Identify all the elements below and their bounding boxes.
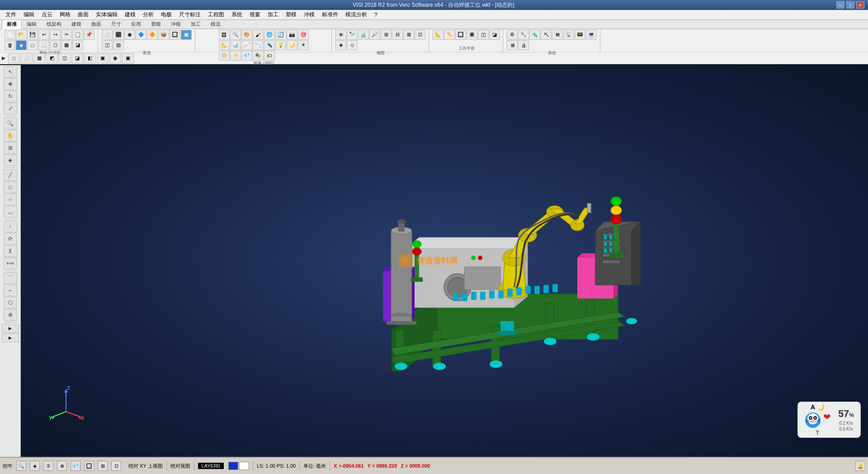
tb-sys6[interactable]: 📡 (563, 30, 574, 40)
tb-shape10[interactable]: ▤ (113, 40, 124, 50)
maximize-button[interactable]: □ (846, 1, 854, 9)
tb-img15[interactable]: 🌙 (287, 40, 297, 50)
tab-standard[interactable]: 标准 (2, 19, 22, 29)
sidebar-pan[interactable]: ✋ (4, 130, 17, 142)
tb-sys2[interactable]: 🔧 (518, 30, 529, 40)
tb-sys4[interactable]: ⛏ (541, 30, 552, 40)
tb-box2[interactable]: □ (27, 40, 38, 50)
menu-help[interactable]: ? (371, 11, 381, 19)
tb-shape7[interactable]: 🔲 (170, 30, 180, 40)
tb-shape5[interactable]: 🔶 (147, 30, 158, 40)
filter-all[interactable]: □ (8, 53, 20, 63)
tb-sys1[interactable]: ⚙ (507, 30, 518, 40)
tab-wireframe[interactable]: 线架构 (42, 19, 66, 29)
tab-surface[interactable]: 曲面 (86, 19, 106, 29)
tb-img18[interactable]: ⚡ (230, 51, 241, 61)
tb-sys5[interactable]: 🛠 (552, 30, 563, 40)
tb-img1[interactable]: 🖼 (219, 30, 230, 40)
menu-surface[interactable]: 曲面 (74, 10, 92, 19)
tab-dimension[interactable]: 尺寸 (106, 19, 126, 29)
tb-sys8[interactable]: 💻 (586, 30, 597, 40)
tb-open[interactable]: 📂 (16, 30, 27, 40)
tb-box5[interactable]: ▦ (61, 40, 72, 50)
menu-solidedit[interactable]: 实体编辑 (92, 10, 121, 19)
tb-view1[interactable]: 👁 (335, 30, 346, 40)
filter-2d[interactable]: ⬜ (21, 53, 33, 63)
tb-wp4[interactable]: 🔳 (467, 30, 477, 40)
filter-solid[interactable]: ▦ (33, 53, 45, 63)
tb-sys10[interactable]: 🖨 (518, 40, 529, 50)
status-btn7[interactable]: ⊞ (98, 461, 108, 471)
tb-box6[interactable]: ◪ (72, 40, 83, 50)
menu-mesh[interactable]: 网格 (56, 10, 74, 19)
tb-shape1[interactable]: ⬜ (102, 30, 113, 40)
tb-undo[interactable]: ↩ (38, 30, 49, 40)
sidebar-sweep[interactable]: ⟺ (4, 257, 17, 269)
tb-shape4[interactable]: 🔷 (136, 30, 146, 40)
menu-system[interactable]: 系统 (228, 10, 246, 19)
tb-shape2[interactable]: ⬛ (113, 30, 124, 40)
filter-comp[interactable]: ◉ (109, 53, 121, 63)
filter-surface[interactable]: ◫ (59, 53, 71, 63)
menu-flow[interactable]: 模流分析 (342, 10, 371, 19)
tb-img21[interactable]: 🏷 (264, 51, 275, 61)
filter-wire[interactable]: ◩ (46, 53, 58, 63)
sidebar-move[interactable]: ✥ (4, 78, 17, 90)
status-btn6[interactable]: 🔲 (84, 461, 94, 471)
sidebar-bool[interactable]: ⊕ (4, 309, 17, 321)
sidebar-fit[interactable]: ⊞ (4, 142, 17, 154)
tb-img7[interactable]: 📷 (287, 30, 297, 40)
sidebar-scale[interactable]: ⤢ (4, 103, 17, 114)
menu-pointcloud[interactable]: 点云 (38, 10, 56, 19)
tb-view7[interactable]: ⊠ (403, 30, 414, 40)
status-btn5[interactable]: 💎 (71, 461, 80, 471)
sidebar-extrude[interactable]: ↑ (4, 221, 17, 232)
sidebar-shell[interactable]: ⬡ (4, 297, 17, 308)
menu-mold[interactable]: 塑模 (282, 10, 300, 19)
tb-view10[interactable]: ◇ (347, 40, 358, 50)
tb-img3[interactable]: 🎨 (241, 30, 252, 40)
tb-view3[interactable]: 🔬 (358, 30, 369, 40)
tb-new[interactable]: 📄 (5, 30, 15, 40)
tb-sys9[interactable]: 🖥 (507, 40, 518, 50)
tb-copy[interactable]: 📋 (72, 30, 83, 40)
tb-wp2[interactable]: 📏 (444, 30, 455, 40)
tab-plastic[interactable]: 塑模 (146, 19, 166, 29)
tb-img20[interactable]: 🎭 (253, 51, 264, 61)
filter-mesh[interactable]: ◪ (71, 53, 83, 63)
sidebar-line[interactable]: ╱ (4, 169, 17, 181)
filter-point[interactable]: ◧ (84, 53, 96, 63)
sidebar-extra2[interactable]: ▶ (2, 333, 19, 342)
sidebar-fillet[interactable]: ⌒ (4, 272, 17, 284)
tb-img2[interactable]: 🔍 (230, 30, 241, 40)
sidebar-circle[interactable]: ○ (4, 194, 17, 205)
menu-analysis[interactable]: 分析 (139, 10, 157, 19)
sidebar-arc[interactable]: ◡ (4, 206, 17, 218)
tb-shape6[interactable]: 📦 (158, 30, 169, 40)
tb-img4[interactable]: 🖌 (253, 30, 264, 40)
tb-img10[interactable]: 📊 (230, 40, 241, 50)
viewport[interactable]: 焊 焊造资料网 Z X Y A 🌙 (21, 65, 868, 457)
tb-shape8[interactable]: ▣ (181, 30, 192, 40)
tb-wp3[interactable]: 🔲 (455, 30, 466, 40)
tb-img19[interactable]: 💎 (241, 51, 252, 61)
tb-img14[interactable]: 💡 (275, 40, 286, 50)
tb-img6[interactable]: 🔄 (275, 30, 286, 40)
window-controls[interactable]: — □ × (836, 1, 864, 9)
tab-moldflow[interactable]: 模流 (206, 19, 226, 29)
status-btn1[interactable]: 🔍 (16, 461, 26, 471)
sidebar-extra1[interactable]: ▶ (2, 324, 19, 333)
menu-machining[interactable]: 加工 (264, 10, 282, 19)
menu-file[interactable]: 文件 (2, 10, 20, 19)
sidebar-revolve[interactable]: ⟳ (4, 233, 17, 245)
sidebar-view3d[interactable]: ◈ (4, 154, 17, 166)
swatch-white[interactable] (239, 462, 249, 470)
menu-standard[interactable]: 标准件 (318, 10, 342, 19)
tb-shape3[interactable]: ◉ (124, 30, 135, 40)
sidebar-rotate[interactable]: ↻ (4, 90, 17, 102)
menu-dim[interactable]: 尺寸标注 (175, 10, 204, 19)
tb-img17[interactable]: 🔆 (219, 51, 230, 61)
filter-group[interactable]: ▣ (97, 53, 108, 63)
status-right-btn1[interactable]: 🔔 (855, 461, 865, 471)
menu-model[interactable]: 建模 (121, 10, 139, 19)
